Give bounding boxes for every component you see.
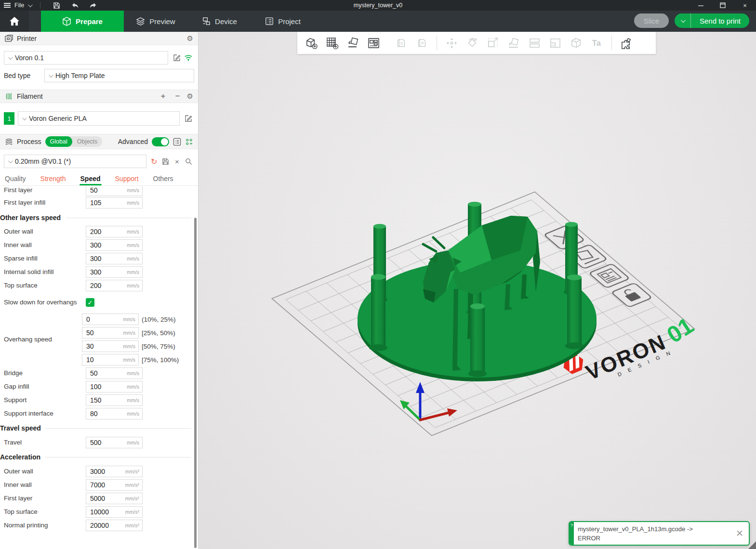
menu-icon[interactable] (4, 2, 11, 9)
edit-filament-button[interactable] (183, 113, 194, 124)
filament-settings-gear-icon[interactable]: ⚙ (187, 92, 193, 101)
tab-others[interactable]: Others (153, 175, 173, 185)
file-menu[interactable]: File (14, 2, 24, 9)
printer-settings-gear-icon[interactable]: ⚙ (187, 34, 193, 43)
setting-row: Travel 500mm/s (0, 436, 198, 449)
edit-printer-button[interactable] (171, 52, 183, 64)
move-icon (445, 37, 458, 50)
scope-global[interactable]: Global (45, 136, 72, 147)
paste-button[interactable]: P (411, 33, 432, 52)
add-text-button[interactable]: Ta (586, 33, 607, 52)
build-plate-scene[interactable]: VORON D E S I G N 01 (199, 32, 756, 549)
auto-orient-button[interactable] (343, 33, 363, 52)
close-button[interactable]: × (734, 0, 756, 11)
plate-lock-icon[interactable] (611, 283, 652, 307)
assembly-button[interactable] (616, 33, 637, 52)
scope-objects[interactable]: Objects (72, 136, 102, 147)
arrange-button[interactable] (363, 33, 384, 52)
toast-close-button[interactable]: ✕ (730, 522, 749, 545)
setting-row: Sparse infill 300mm/s (0, 252, 198, 265)
bed-type-select[interactable]: High Temp Plate (44, 69, 194, 82)
toast-status-stripe: ? (570, 522, 574, 545)
setting-row: Inner wall 300mm/s (0, 238, 198, 252)
add-filament-button[interactable]: + (158, 92, 169, 101)
clear-profile-button[interactable]: × (171, 156, 183, 167)
tab-speed[interactable]: Speed (80, 175, 101, 185)
scale-button[interactable] (483, 33, 504, 52)
parameter-table-icon[interactable] (185, 138, 193, 146)
tab-quality[interactable]: Quality (5, 175, 26, 185)
sparse-infill-speed-input[interactable]: 300mm/s (86, 253, 143, 264)
printer-connection-button[interactable] (183, 52, 194, 64)
tab-prepare[interactable]: Prepare (41, 11, 124, 32)
overhang-speed-1-input[interactable]: 0mm/s (82, 314, 139, 325)
split-to-parts-button[interactable] (545, 33, 566, 52)
top-surface-speed-input[interactable]: 200mm/s (86, 280, 143, 291)
support-speed-input[interactable]: 150mm/s (86, 394, 143, 406)
split-to-objects-button[interactable] (524, 33, 545, 52)
save-button[interactable] (49, 0, 64, 11)
tab-support[interactable]: Support (115, 175, 139, 185)
search-settings-button[interactable] (183, 156, 194, 167)
inner-wall-speed-input[interactable]: 300mm/s (86, 239, 143, 251)
rotate-icon (466, 37, 479, 50)
mesh-boolean-icon (570, 37, 583, 50)
process-profile-select[interactable]: 0.20mm @V0.1 (*) (4, 155, 146, 168)
normal-printing-accel-input[interactable]: 20000mm/s² (86, 520, 143, 531)
overhang-speed-2-input[interactable]: 50mm/s (82, 327, 139, 339)
chevron-down-icon[interactable] (28, 2, 33, 7)
filament-section-header: Filament + − ⚙ (0, 90, 198, 103)
lay-on-face-button[interactable] (504, 33, 524, 52)
inner-wall-accel-input[interactable]: 7000mm/s² (86, 479, 143, 491)
remove-filament-button[interactable]: − (172, 92, 183, 101)
save-profile-button[interactable] (160, 156, 172, 167)
advanced-toggle[interactable] (152, 137, 169, 146)
bridge-speed-input[interactable]: 50mm/s (86, 367, 143, 379)
first-layer-accel-input[interactable]: 5000mm/s² (86, 493, 143, 504)
send-to-print-button[interactable]: Send to print (675, 13, 749, 28)
send-dropdown[interactable] (675, 13, 691, 28)
copy-button[interactable]: 0 (391, 33, 411, 52)
first-layer-speed-input[interactable]: 50mm/s (86, 185, 143, 196)
overhang-speed-4-input[interactable]: 10mm/s (82, 354, 139, 366)
slice-button[interactable]: Slice (634, 13, 669, 28)
maximize-button[interactable] (712, 0, 734, 11)
tab-preview[interactable]: Preview (124, 11, 187, 32)
reset-profile-button[interactable]: ↻ (148, 156, 160, 167)
tab-device[interactable]: Device (187, 11, 251, 32)
viewport-3d[interactable]: 0 P Ta (199, 32, 756, 549)
add-model-button[interactable] (301, 33, 322, 52)
outer-wall-accel-input[interactable]: 3000mm/s² (86, 466, 143, 477)
toast-line2: ERROR (578, 534, 729, 543)
plate-settings-icon[interactable] (589, 263, 630, 288)
move-button[interactable] (441, 33, 462, 52)
tab-project[interactable]: Project (251, 11, 315, 32)
paste-icon: P (416, 37, 428, 49)
first-layer-infill-speed-input[interactable]: 105mm/s (86, 197, 143, 209)
plate-delete-icon[interactable] (544, 225, 585, 250)
rotate-button[interactable] (462, 33, 483, 52)
travel-speed-input[interactable]: 500mm/s (86, 437, 143, 448)
gap-infill-speed-input[interactable]: 100mm/s (86, 381, 143, 392)
panel-scrollbar[interactable] (194, 218, 197, 548)
redo-button[interactable] (86, 0, 100, 11)
outer-wall-speed-input[interactable]: 200mm/s (86, 226, 143, 237)
setting-row: Outer wall 200mm/s (0, 225, 198, 238)
parameter-list-icon[interactable] (173, 138, 181, 146)
minimize-button[interactable] (690, 0, 712, 11)
setting-row: Bridge 50mm/s (0, 366, 198, 380)
slow-down-overhangs-checkbox[interactable]: ✓ (86, 298, 94, 307)
save-icon (162, 158, 169, 165)
support-interface-speed-input[interactable]: 80mm/s (86, 408, 143, 419)
printer-select[interactable]: Voron 0.1 (4, 51, 168, 65)
add-plate-button[interactable] (322, 33, 343, 52)
undo-button[interactable] (67, 0, 82, 11)
home-button[interactable] (0, 11, 29, 32)
overhang-speed-3-input[interactable]: 30mm/s (82, 340, 139, 352)
internal-solid-infill-speed-input[interactable]: 300mm/s (86, 266, 143, 278)
filament-select[interactable]: Voron Generic PLA (18, 111, 180, 126)
tab-strength[interactable]: Strength (40, 175, 66, 185)
top-surface-accel-input[interactable]: 10000mm/s² (86, 506, 143, 518)
mesh-boolean-button[interactable] (566, 33, 586, 52)
process-scope-toggle[interactable]: Global Objects (45, 136, 103, 147)
